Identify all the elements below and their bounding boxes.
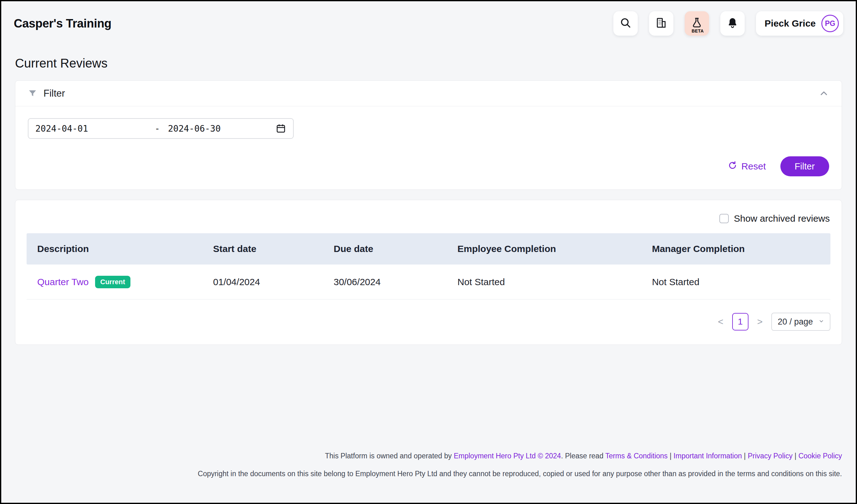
cookie-policy-link[interactable]: Cookie Policy <box>799 452 842 460</box>
table-header: Description Start date Due date Employee… <box>27 233 830 264</box>
reset-icon <box>728 161 737 172</box>
footer-separator: | <box>742 452 748 460</box>
show-archived-checkbox[interactable] <box>719 214 729 223</box>
footer-copyright-line: Copyright in the documents on this site … <box>15 468 842 479</box>
header-actions: BETA Pieck Grice PG <box>614 11 843 36</box>
table-row: Quarter Two Current 01/04/2024 30/06/202… <box>27 264 830 299</box>
beta-badge: BETA <box>691 29 704 33</box>
app-title: Casper's Training <box>14 17 111 30</box>
important-info-link[interactable]: Important Information <box>673 452 742 460</box>
footer-legal-line: This Platform is owned and operated by E… <box>15 451 842 462</box>
page-size-value: 20 / page <box>777 317 813 327</box>
search-icon <box>620 17 632 30</box>
page-title: Current Reviews <box>15 56 842 70</box>
pagination: < 1 > 20 / page <box>27 313 830 331</box>
notifications-button[interactable] <box>720 11 745 36</box>
user-name: Pieck Grice <box>765 18 816 29</box>
chevron-down-icon <box>818 317 825 327</box>
column-description: Description <box>27 244 213 254</box>
column-manager-completion: Manager Completion <box>652 244 830 254</box>
privacy-policy-link[interactable]: Privacy Policy <box>748 452 793 460</box>
terms-link[interactable]: Terms & Conditions <box>605 452 668 460</box>
filter-panel-title: Filter <box>44 88 65 99</box>
show-archived-row: Show archived reviews <box>27 213 830 224</box>
funnel-icon <box>28 89 37 98</box>
footer-text-mid: . Please read <box>561 452 606 460</box>
date-separator: - <box>148 123 167 134</box>
column-due-date: Due date <box>334 244 458 254</box>
footer-separator: | <box>668 452 674 460</box>
app-window: Casper's Training BETA <box>0 0 857 504</box>
chevron-up-icon[interactable] <box>819 88 829 99</box>
footer: This Platform is owned and operated by E… <box>1 451 856 503</box>
reviews-panel: Show archived reviews Description Start … <box>15 200 842 345</box>
filter-actions: Reset Filter <box>28 156 829 176</box>
next-page-button[interactable]: > <box>756 316 764 327</box>
calendar-icon[interactable] <box>275 123 286 134</box>
page-number[interactable]: 1 <box>732 313 749 330</box>
footer-text-pre: This Platform is owned and operated by <box>325 452 454 460</box>
flask-icon <box>691 17 703 30</box>
user-menu[interactable]: Pieck Grice PG <box>756 11 843 36</box>
bell-icon <box>726 17 738 30</box>
column-start-date: Start date <box>213 244 334 254</box>
show-archived-label: Show archived reviews <box>734 213 830 224</box>
filter-panel: Filter 2024-04-01 - 2024-06-30 Reset <box>15 80 842 190</box>
filter-submit-button[interactable]: Filter <box>780 156 829 176</box>
date-to-value[interactable]: 2024-06-30 <box>167 123 275 134</box>
cell-description: Quarter Two Current <box>27 276 213 288</box>
filter-panel-body: 2024-04-01 - 2024-06-30 Reset Filter <box>15 106 842 190</box>
status-badge: Current <box>95 276 131 288</box>
cell-manager-completion: Not Started <box>652 277 830 287</box>
prev-page-button[interactable]: < <box>717 316 725 327</box>
building-icon <box>655 17 667 30</box>
search-button[interactable] <box>614 11 638 36</box>
cell-employee-completion: Not Started <box>458 277 652 287</box>
review-link[interactable]: Quarter Two <box>37 277 89 287</box>
avatar: PG <box>821 15 839 32</box>
organisation-button[interactable] <box>649 11 673 36</box>
reset-label: Reset <box>741 161 766 172</box>
filter-panel-header[interactable]: Filter <box>15 81 842 106</box>
date-from-value[interactable]: 2024-04-01 <box>35 123 148 134</box>
labs-beta-button[interactable]: BETA <box>685 11 709 36</box>
footer-separator: | <box>793 452 799 460</box>
top-header: Casper's Training BETA <box>1 1 856 45</box>
cell-due-date: 30/06/2024 <box>334 277 458 287</box>
date-range-input[interactable]: 2024-04-01 - 2024-06-30 <box>28 118 294 139</box>
reset-button[interactable]: Reset <box>728 161 766 172</box>
company-link[interactable]: Employment Hero Pty Ltd © 2024 <box>454 452 561 460</box>
column-employee-completion: Employee Completion <box>458 244 652 254</box>
page-size-select[interactable]: 20 / page <box>771 313 830 331</box>
cell-start-date: 01/04/2024 <box>213 277 334 287</box>
